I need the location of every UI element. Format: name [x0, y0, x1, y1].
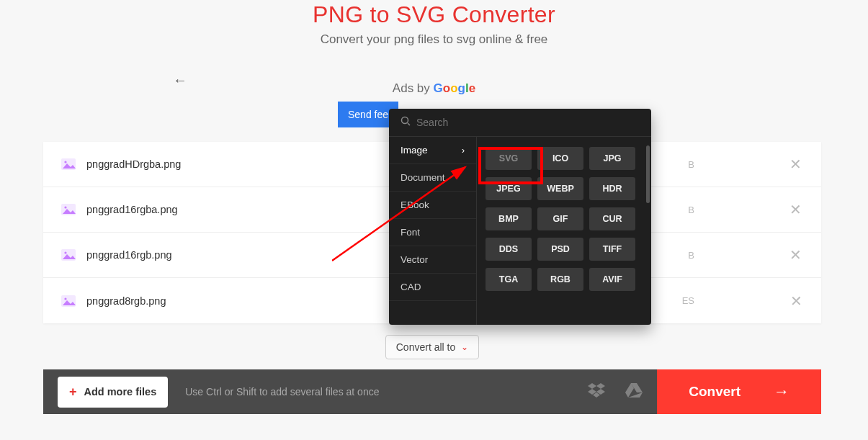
category-label: EBook [401, 199, 429, 210]
format-grid: SVG ICO JPG JPEG WEBP HDR BMP GIF CUR DD… [477, 137, 651, 325]
plus-icon: + [69, 385, 77, 400]
format-psd[interactable]: PSD [537, 238, 583, 261]
category-label: Image [401, 145, 428, 156]
svg-line-9 [408, 123, 410, 125]
format-dds[interactable]: DDS [486, 238, 532, 261]
back-arrow-icon[interactable]: ← [173, 72, 187, 89]
format-svg[interactable]: SVG [486, 147, 532, 170]
svg-point-5 [64, 251, 66, 253]
file-size: B [688, 205, 694, 215]
google-drive-icon[interactable] [625, 383, 643, 401]
convert-all-label: Convert all to [396, 341, 455, 353]
category-cad[interactable]: CAD [389, 274, 476, 301]
remove-file-icon[interactable]: ✕ [788, 292, 804, 310]
file-name: pnggrad16rgb.png [86, 249, 339, 261]
remove-file-icon[interactable]: ✕ [788, 201, 804, 218]
image-file-icon [61, 248, 76, 261]
format-search-input[interactable] [416, 117, 640, 128]
category-label: Font [401, 227, 420, 238]
chevron-right-icon: › [462, 145, 465, 156]
image-file-icon [61, 295, 76, 307]
scrollbar-thumb[interactable] [646, 145, 650, 203]
format-rgb[interactable]: RGB [537, 268, 583, 291]
svg-point-1 [64, 161, 66, 163]
format-dropdown-panel: Image › Document EBook Font Vector CAD S… [389, 109, 651, 325]
category-document[interactable]: Document [389, 164, 476, 192]
format-gif[interactable]: GIF [537, 207, 583, 230]
format-webp[interactable]: WEBP [537, 177, 583, 200]
category-label: Vector [401, 254, 428, 265]
convert-label: Convert [689, 384, 741, 400]
format-jpeg[interactable]: JPEG [486, 177, 532, 200]
convert-all-to-button[interactable]: Convert all to ⌄ [385, 335, 479, 359]
category-label: Document [401, 172, 445, 183]
file-size: B [688, 250, 694, 261]
add-more-files-button[interactable]: + Add more files [58, 377, 168, 408]
multi-select-hint: Use Ctrl or Shift to add several files a… [185, 386, 379, 398]
convert-button[interactable]: Convert → [657, 369, 821, 414]
category-vector[interactable]: Vector [389, 246, 476, 274]
format-ico[interactable]: ICO [537, 147, 583, 170]
format-tga[interactable]: TGA [486, 268, 532, 291]
image-file-icon [61, 203, 76, 216]
google-logo-text: Google [434, 81, 476, 95]
format-tiff[interactable]: TIFF [589, 238, 635, 261]
image-file-icon [61, 158, 76, 171]
file-name: pnggrad8rgb.png [86, 295, 339, 307]
chevron-down-icon: ⌄ [461, 342, 468, 352]
dropbox-icon[interactable] [588, 383, 605, 401]
add-more-label: Add more files [84, 386, 157, 398]
category-font[interactable]: Font [389, 219, 476, 246]
ads-prefix: Ads by [393, 81, 434, 95]
file-size: B [688, 159, 694, 170]
format-hdr[interactable]: HDR [589, 177, 635, 200]
category-label: CAD [401, 282, 421, 292]
ads-by-google: Ads by Google [0, 81, 868, 96]
format-category-list: Image › Document EBook Font Vector CAD [389, 137, 477, 325]
format-cur[interactable]: CUR [589, 207, 635, 230]
format-jpg[interactable]: JPG [589, 147, 635, 170]
svg-point-3 [64, 206, 66, 208]
remove-file-icon[interactable]: ✕ [788, 156, 804, 173]
category-ebook[interactable]: EBook [389, 192, 476, 219]
file-size: ES [682, 295, 694, 306]
arrow-right-icon: → [774, 382, 789, 401]
format-search-row [389, 109, 651, 137]
page-title: PNG to SVG Converter [0, 1, 868, 28]
category-image[interactable]: Image › [389, 137, 476, 164]
file-name: pnggradHDrgba.png [86, 158, 339, 170]
format-bmp[interactable]: BMP [486, 207, 532, 230]
footer-bar: + Add more files Use Ctrl or Shift to ad… [43, 369, 821, 414]
search-icon [401, 116, 411, 129]
remove-file-icon[interactable]: ✕ [788, 246, 804, 264]
page-subtitle: Convert your png files to svg online & f… [0, 32, 868, 47]
svg-point-7 [64, 297, 66, 300]
file-name: pnggrad16rgba.png [86, 204, 339, 215]
svg-point-8 [402, 117, 408, 124]
format-avif[interactable]: AVIF [589, 268, 635, 291]
